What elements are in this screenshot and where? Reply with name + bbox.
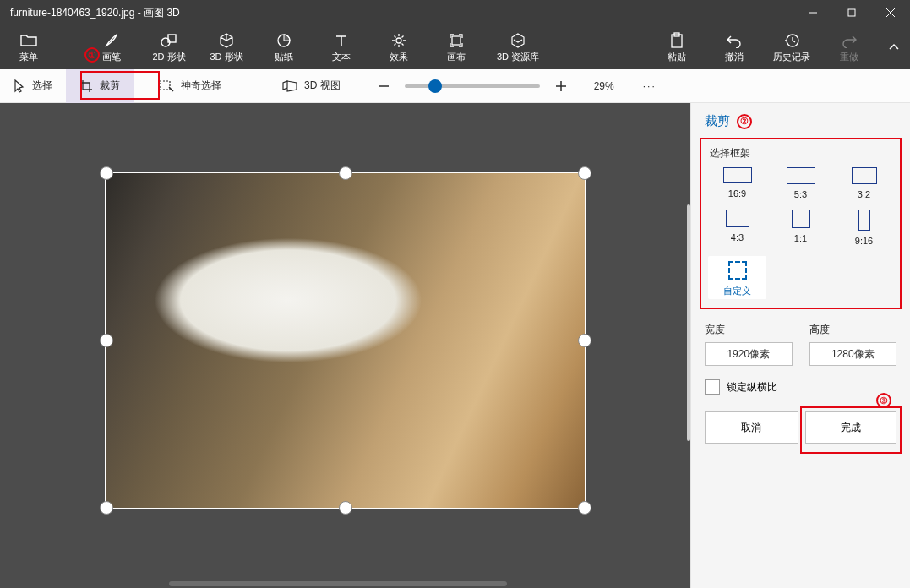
redo-icon [841, 32, 858, 49]
lock-ratio-label: 锁定纵横比 [727, 380, 777, 395]
aspect-16-9[interactable]: 16:9 [708, 167, 766, 199]
aspect-icon [728, 261, 747, 280]
pointer-icon [14, 79, 25, 93]
titlebar: furniture-1840463_1920.jpg - 画图 3D [0, 0, 910, 25]
tool-label: 神奇选择 [181, 79, 221, 93]
svg-rect-1 [848, 9, 855, 16]
height-value: 1280像素 [831, 347, 875, 362]
zoom-slider[interactable] [405, 84, 540, 88]
aspect-label: 自定义 [723, 285, 751, 297]
library-icon [509, 32, 527, 49]
ribbon-label: 2D 形状 [152, 51, 185, 63]
crop-frame[interactable] [105, 172, 586, 509]
aspect-1-1[interactable]: 1:1 [771, 210, 830, 246]
brush-icon [103, 32, 120, 49]
aspect-custom[interactable]: 自定义 [708, 256, 766, 299]
crop-handle-tr[interactable] [578, 166, 591, 180]
zoom-out-button[interactable] [371, 69, 396, 103]
aspect-5-3[interactable]: 5:3 [771, 167, 830, 199]
svg-rect-8 [452, 36, 460, 45]
tool-select[interactable]: 选择 [0, 69, 66, 103]
width-label: 宽度 [705, 323, 793, 337]
aspect-9-16[interactable]: 9:16 [835, 210, 893, 246]
aspect-icon [858, 210, 870, 231]
zoom-in-button[interactable] [548, 69, 574, 103]
aspect-label: 5:3 [794, 189, 807, 199]
shapes2d-icon [160, 32, 178, 49]
ribbon-label: 文本 [332, 51, 351, 63]
ribbon-label: 撤消 [725, 51, 744, 63]
zoom-percent[interactable]: 29% [582, 80, 626, 92]
crop-panel: 裁剪 ② 选择框架 16:9 5:3 3:2 4:3 1:1 9:16 自定义 … [690, 103, 910, 588]
plus-icon [555, 80, 567, 92]
ribbon-menu[interactable]: 菜单 [0, 25, 57, 69]
maximize-button[interactable] [832, 0, 871, 25]
aspect-icon [792, 210, 810, 228]
ribbon-label: 历史记录 [773, 51, 810, 63]
cube-icon [218, 32, 235, 49]
image-content [106, 173, 585, 508]
aspect-3-2[interactable]: 3:2 [835, 167, 893, 199]
ribbon-label: 画笔 [102, 51, 121, 63]
aspect-4-3[interactable]: 4:3 [708, 210, 766, 246]
aspect-icon [723, 167, 752, 183]
tool-label: 裁剪 [100, 79, 120, 93]
frame-section: 选择框架 16:9 5:3 3:2 4:3 1:1 9:16 自定义 [700, 138, 902, 309]
ribbon-label: 3D 资源库 [497, 51, 539, 63]
panel-title: 裁剪 [705, 113, 730, 129]
crop-handle-tl[interactable] [100, 166, 113, 180]
crop-handle-bl[interactable] [100, 501, 113, 514]
window-title: furniture-1840463_1920.jpg - 画图 3D [10, 6, 793, 20]
expand-ribbon-button[interactable] [878, 41, 910, 53]
folder-icon [19, 32, 38, 49]
tool-magic-select[interactable]: 神奇选择 [145, 69, 235, 103]
zoom-slider-thumb[interactable] [428, 79, 442, 93]
ribbon-canvas[interactable]: 画布 [428, 25, 485, 69]
ribbon-stickers[interactable]: 贴纸 [255, 25, 313, 69]
crop-handle-bm[interactable] [339, 501, 352, 514]
ribbon-label: 效果 [390, 51, 408, 63]
minimize-button[interactable] [793, 0, 832, 25]
history-icon [783, 32, 800, 49]
aspect-icon [787, 167, 815, 184]
ribbon-undo[interactable]: 撤消 [706, 25, 763, 69]
lock-ratio-checkbox[interactable] [705, 379, 720, 395]
height-label: 高度 [809, 323, 897, 337]
aspect-label: 16:9 [728, 188, 746, 199]
toolbar-more-button[interactable]: ··· [635, 80, 665, 92]
close-button[interactable] [871, 0, 910, 25]
ribbon-paste[interactable]: 粘贴 [648, 25, 706, 69]
done-button[interactable]: 完成 [805, 411, 897, 444]
aspect-icon [726, 210, 749, 227]
tool-3d-view[interactable]: 3D 视图 [269, 69, 354, 103]
toolbar: 选择 裁剪 神奇选择 3D 视图 29% ··· [0, 69, 910, 103]
height-input[interactable]: 1280像素 [809, 342, 897, 366]
tool-label: 选择 [32, 79, 52, 93]
frame-section-label: 选择框架 [708, 144, 893, 167]
tool-crop[interactable]: 裁剪 [66, 69, 134, 103]
ribbon-text[interactable]: 文本 [313, 25, 370, 69]
cancel-button[interactable]: 取消 [705, 411, 798, 444]
aspect-icon [852, 167, 877, 184]
crop-handle-tm[interactable] [339, 166, 352, 180]
annotation-badge-2: ② [737, 114, 752, 129]
width-input[interactable]: 1920像素 [705, 342, 793, 366]
cancel-label: 取消 [741, 421, 761, 435]
crop-handle-br[interactable] [578, 501, 591, 514]
canvas-area[interactable] [0, 103, 690, 588]
ribbon-3d-library[interactable]: 3D 资源库 [485, 25, 551, 69]
crop-handle-mr[interactable] [578, 334, 591, 347]
effects-icon [390, 32, 407, 49]
ribbon-effects[interactable]: 效果 [370, 25, 428, 69]
workspace: 裁剪 ② 选择框架 16:9 5:3 3:2 4:3 1:1 9:16 自定义 … [0, 103, 910, 588]
aspect-label: 9:16 [855, 236, 873, 246]
ribbon-history[interactable]: 历史记录 [763, 25, 820, 69]
horizontal-scrollbar[interactable] [169, 581, 507, 586]
crop-handle-ml[interactable] [100, 334, 113, 347]
ribbon-2d-shapes[interactable]: 2D 形状 [140, 25, 198, 69]
annotation-badge-1: ① [84, 47, 100, 63]
ribbon-3d-shapes[interactable]: 3D 形状 [198, 25, 255, 69]
canvas-icon [448, 32, 465, 49]
svg-point-7 [396, 38, 401, 43]
paste-icon [669, 32, 684, 49]
